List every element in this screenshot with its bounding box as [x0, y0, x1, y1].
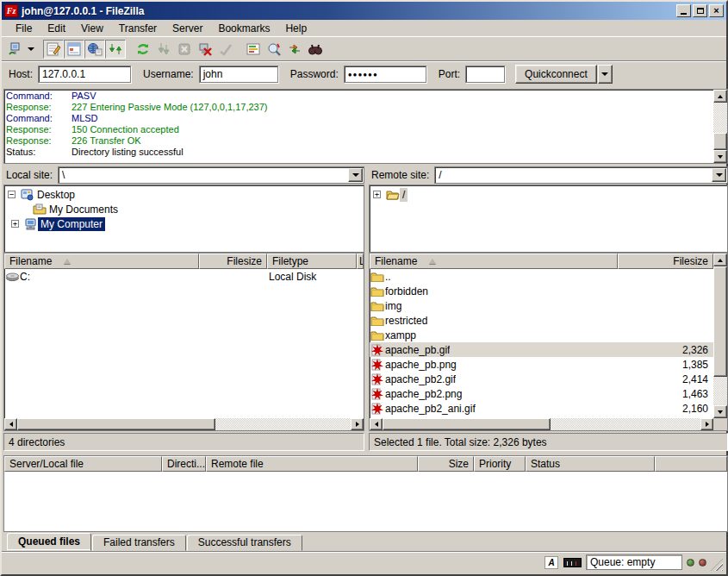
toggle-message-log-button[interactable]	[43, 40, 64, 59]
menu-file[interactable]: File	[8, 20, 40, 37]
scroll-left-button[interactable]	[4, 418, 17, 430]
scroll-down-button[interactable]	[713, 150, 727, 163]
menu-transfer[interactable]: Transfer	[111, 20, 165, 37]
tree-item-my-documents[interactable]: My Documents	[4, 202, 364, 216]
menu-view[interactable]: View	[73, 20, 111, 37]
remote-file-row[interactable]: apache_pb2.png 1,463	[370, 386, 713, 401]
scroll-up-button[interactable]	[713, 90, 727, 103]
remote-site-bar: Remote site: /	[369, 166, 728, 184]
quickconnect-button[interactable]: Quickconnect	[515, 65, 597, 84]
username-input[interactable]: john	[199, 66, 278, 83]
queue-status-box: Queue: empty	[586, 554, 682, 570]
remote-file-row[interactable]: xampp	[370, 328, 713, 342]
remote-vertical-scrollbar[interactable]	[713, 254, 727, 418]
remote-file-row[interactable]: apache_pb2.gif 2,414	[370, 372, 713, 386]
tab-failed-transfers[interactable]: Failed transfers	[92, 535, 186, 551]
column-direction[interactable]: Directi...	[162, 456, 206, 472]
close-button[interactable]: ×	[709, 4, 724, 17]
disconnect-button[interactable]	[195, 40, 215, 59]
scroll-thumb[interactable]	[383, 418, 551, 430]
column-size[interactable]: Size	[418, 456, 474, 472]
log-line: Response:227 Entering Passive Mode (127,…	[6, 102, 712, 113]
remote-file-row[interactable]: restricted	[370, 313, 713, 328]
password-input[interactable]: ●●●●●●	[344, 66, 426, 83]
menu-edit[interactable]: Edit	[40, 20, 73, 37]
scroll-thumb[interactable]	[713, 133, 727, 150]
filter-button[interactable]	[243, 40, 264, 59]
combo-dropdown-button[interactable]	[712, 168, 726, 182]
queue-empty-area[interactable]	[4, 472, 727, 531]
transfer-queue: Server/Local file Directi... Remote file…	[3, 455, 728, 532]
scroll-right-button[interactable]	[700, 418, 713, 430]
synchronized-browsing-icon	[287, 41, 302, 57]
transfer-queue-icon	[108, 41, 123, 57]
scroll-down-button[interactable]	[713, 405, 727, 418]
local-horizontal-scrollbar[interactable]	[4, 418, 364, 430]
tab-successful-transfers[interactable]: Successful transfers	[187, 535, 302, 551]
remote-file-list: Filename Filesize ..	[369, 253, 728, 431]
cancel-operation-button[interactable]	[174, 40, 195, 59]
remote-file-row[interactable]: apache_pb2_ani.gif 2,160	[370, 401, 713, 416]
remote-file-row[interactable]: forbidden	[370, 284, 713, 298]
remote-horizontal-scrollbar[interactable]	[370, 418, 713, 430]
column-filesize[interactable]: Filesize	[199, 254, 267, 269]
column-filetype[interactable]: Filetype	[267, 254, 357, 269]
resize-grip[interactable]	[711, 559, 723, 571]
scroll-up-button[interactable]	[713, 254, 727, 266]
column-status[interactable]: Status	[526, 456, 655, 472]
menu-bar: File Edit View Transfer Server Bookmarks…	[2, 20, 726, 37]
remote-file-row[interactable]: apache_pb.png 1,385	[370, 357, 713, 372]
refresh-button[interactable]	[133, 40, 153, 59]
expand-icon[interactable]: +	[373, 191, 381, 198]
site-manager-button[interactable]	[4, 40, 25, 59]
column-remote-file[interactable]: Remote file	[206, 456, 418, 472]
log-vertical-scrollbar[interactable]	[713, 90, 727, 163]
reconnect-icon	[218, 41, 233, 57]
toggle-local-tree-button[interactable]	[64, 40, 84, 59]
remote-file-row-selected[interactable]: apache_pb.gif 2,326	[370, 342, 713, 357]
security-indicator-icon	[563, 558, 582, 567]
menu-server[interactable]: Server	[165, 20, 210, 37]
column-filename[interactable]: Filename	[4, 254, 199, 269]
local-site-combo[interactable]: \	[58, 166, 364, 184]
scroll-thumb[interactable]	[17, 418, 215, 430]
process-queue-button[interactable]	[153, 40, 174, 59]
tree-item-my-computer[interactable]: + My Computer	[4, 216, 364, 231]
column-last-modified[interactable]: L	[357, 254, 364, 269]
column-filesize[interactable]: Filesize	[618, 254, 713, 269]
column-server-local-file[interactable]: Server/Local file	[4, 456, 162, 472]
combo-dropdown-button[interactable]	[348, 168, 363, 182]
column-priority[interactable]: Priority	[474, 456, 526, 472]
synchronized-browsing-button[interactable]	[284, 40, 305, 59]
menu-bookmarks[interactable]: Bookmarks	[210, 20, 277, 37]
host-input[interactable]: 127.0.0.1	[38, 66, 131, 83]
toggle-remote-tree-button[interactable]	[84, 40, 105, 59]
remote-site-combo[interactable]: /	[434, 166, 728, 184]
scroll-thumb[interactable]	[713, 266, 727, 377]
tree-item-desktop[interactable]: − Desktop	[4, 187, 364, 202]
collapse-icon[interactable]: −	[8, 191, 16, 198]
directory-comparison-button[interactable]	[264, 40, 284, 59]
quickconnect-dropdown[interactable]	[598, 65, 613, 84]
local-list-header: Filename Filesize Filetype L	[4, 254, 364, 269]
menu-help[interactable]: Help	[277, 20, 314, 37]
tab-queued-files[interactable]: Queued files	[7, 533, 91, 551]
toggle-transfer-queue-button[interactable]	[105, 40, 126, 59]
tree-item-root[interactable]: + /	[370, 187, 727, 202]
maximize-button[interactable]	[693, 4, 707, 17]
remote-file-row[interactable]: img	[370, 298, 713, 313]
local-file-list: Filename Filesize Filetype L	[3, 253, 364, 431]
scroll-left-button[interactable]	[370, 418, 383, 430]
port-input[interactable]	[465, 66, 505, 83]
toolbar	[2, 38, 726, 60]
site-manager-dropdown[interactable]	[25, 40, 36, 59]
reconnect-button[interactable]	[215, 40, 236, 59]
minimize-button[interactable]	[676, 4, 691, 17]
remote-file-row[interactable]: ..	[370, 269, 713, 284]
file-size: 2,414	[682, 373, 713, 385]
expand-icon[interactable]: +	[11, 220, 19, 228]
local-file-row[interactable]: C: Local Disk	[4, 269, 364, 284]
column-filename[interactable]: Filename	[370, 254, 618, 269]
find-files-button[interactable]	[305, 40, 326, 59]
scroll-right-button[interactable]	[351, 418, 364, 430]
